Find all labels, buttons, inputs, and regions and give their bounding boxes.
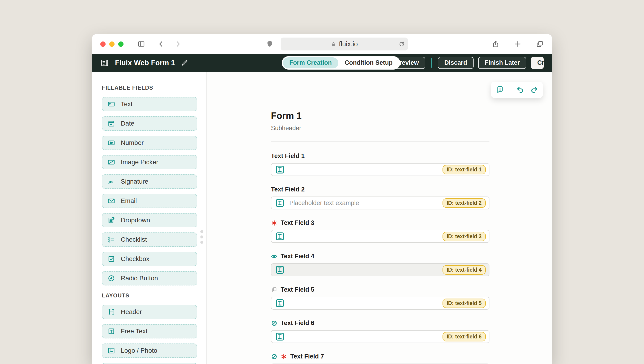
edit-name-icon[interactable]	[181, 59, 188, 67]
feedback-alert-icon[interactable]	[496, 86, 504, 94]
tab-form-creation[interactable]: Form Creation	[283, 57, 338, 68]
text-field-input[interactable]: ID: text-field 4	[271, 263, 490, 276]
field-label[interactable]: Text Field 4	[280, 253, 314, 260]
lock-icon	[330, 41, 336, 47]
hidden-eye-icon	[271, 353, 278, 360]
sidebar-item-label: Text	[121, 100, 132, 108]
field-row: Text Field 1ID: text-field 1	[271, 152, 490, 176]
required-asterisk-icon	[280, 353, 287, 360]
sidebar-toggle-icon[interactable]	[137, 40, 145, 48]
image-picker-icon	[108, 158, 115, 166]
field-id-badge: ID: text-field 6	[442, 332, 486, 341]
field-row: Text Field 7ID: text-field 7	[271, 353, 490, 364]
mode-tabs: Form Creation Condition Setup	[282, 56, 400, 70]
form-subheader[interactable]: Subheader	[271, 125, 490, 132]
sidebar-item-label: Number	[121, 139, 144, 146]
logo-photo-icon	[108, 347, 115, 354]
back-icon[interactable]	[157, 40, 165, 48]
text-input-icon	[276, 332, 284, 341]
checkbox-icon	[108, 255, 115, 263]
discard-button[interactable]: Discard	[438, 57, 474, 69]
sidebar-item-header[interactable]: Header	[102, 305, 197, 319]
sidebar-item-radio-button[interactable]: Radio Button	[102, 271, 197, 285]
url-text: fluix.io	[339, 40, 358, 48]
toolbar-divider	[510, 85, 510, 94]
field-label[interactable]: Text Field 7	[290, 353, 324, 360]
copy-icon	[271, 287, 278, 293]
field-placeholder: Placeholder text example	[289, 200, 359, 207]
sidebar-section-label: FILLABLE FIELDS	[102, 85, 197, 91]
sidebar-item-email[interactable]: Email	[102, 194, 197, 208]
sidebar-item-label: Checklist	[121, 236, 147, 243]
field-label[interactable]: Text Field 3	[280, 219, 314, 227]
sidebar-item-dropdown[interactable]: Dropdown	[102, 213, 197, 227]
sidebar-item-label: Image Picker	[121, 158, 158, 166]
sidebar-resize-handle[interactable]	[200, 230, 203, 244]
form-fields: Text Field 1ID: text-field 1Text Field 2…	[271, 152, 490, 364]
form-title[interactable]: Form 1	[271, 111, 490, 121]
reload-icon[interactable]	[398, 41, 405, 47]
sidebar-item-number[interactable]: Number	[102, 136, 197, 150]
app-logo-icon	[100, 59, 109, 67]
field-label[interactable]: Text Field 5	[280, 286, 314, 293]
show-tabs-icon[interactable]	[536, 40, 544, 48]
minimize-window-button[interactable]	[109, 42, 114, 47]
field-row: Text Field 5ID: text-field 5	[271, 286, 490, 310]
finish-later-button[interactable]: Finish Later	[478, 57, 526, 69]
text-input-icon	[276, 265, 284, 274]
shield-icon[interactable]	[266, 40, 274, 48]
field-id-badge: ID: text-field 1	[442, 165, 486, 174]
text-field-input[interactable]: ID: text-field 3	[271, 230, 490, 243]
dropdown-icon	[108, 216, 115, 224]
redo-icon[interactable]	[530, 86, 538, 94]
sidebar-item-label: Checkbox	[121, 255, 150, 263]
text-field-input[interactable]: ID: text-field 6	[271, 330, 490, 343]
sidebar-item-label: Dropdown	[121, 217, 150, 224]
text-field-input[interactable]: ID: text-field 5	[271, 297, 490, 310]
undo-icon[interactable]	[516, 86, 524, 94]
text-input-icon	[276, 165, 284, 174]
zoom-window-button[interactable]	[118, 42, 124, 47]
free-text-icon	[108, 327, 115, 335]
field-row: Text Field 6ID: text-field 6	[271, 319, 490, 343]
sidebar-item-label: Signature	[121, 178, 148, 185]
canvas-toolbar	[491, 82, 543, 98]
field-label[interactable]: Text Field 1	[271, 152, 305, 160]
sidebar-item-label: Email	[121, 197, 137, 205]
sidebar-item-checklist[interactable]: Checklist	[102, 233, 197, 247]
header-divider	[431, 58, 432, 68]
form-header-divider	[271, 141, 490, 142]
visible-eye-icon	[271, 253, 278, 260]
field-row: Text Field 4ID: text-field 4	[271, 253, 490, 276]
sidebar-item-text[interactable]: Text	[102, 97, 197, 111]
number-icon	[108, 139, 115, 147]
forward-icon[interactable]	[174, 40, 182, 48]
text-input-icon	[276, 199, 284, 207]
field-id-badge: ID: text-field 5	[442, 299, 486, 308]
close-window-button[interactable]	[100, 42, 106, 47]
field-id-badge: ID: text-field 3	[442, 232, 486, 241]
sidebar-item-checkbox[interactable]: Checkbox	[102, 252, 197, 266]
field-row: Text Field 2Placeholder text exampleID: …	[271, 186, 490, 210]
sidebar-item-partial[interactable]	[102, 363, 197, 364]
sidebar-item-free-text[interactable]: Free Text	[102, 324, 197, 338]
sidebar-item-label: Logo / Photo	[121, 347, 157, 354]
sidebar-item-signature[interactable]: Signature	[102, 174, 197, 189]
text-field-input[interactable]: ID: text-field 1	[271, 163, 490, 176]
share-icon[interactable]	[492, 40, 500, 48]
sidebar-item-date[interactable]: Date	[102, 116, 197, 131]
field-label[interactable]: Text Field 2	[271, 186, 305, 193]
sidebar-item-logo-photo[interactable]: Logo / Photo	[102, 343, 197, 358]
address-bar[interactable]: fluix.io	[280, 38, 408, 51]
sidebar-item-label: Free Text	[121, 328, 148, 335]
field-label[interactable]: Text Field 6	[280, 319, 314, 327]
checklist-icon	[108, 236, 115, 244]
new-tab-icon[interactable]	[514, 40, 522, 48]
tab-condition-setup[interactable]: Condition Setup	[338, 57, 399, 68]
text-field-input[interactable]: Placeholder text exampleID: text-field 2	[271, 197, 490, 210]
field-row: Text Field 3ID: text-field 3	[271, 219, 490, 243]
sidebar-item-image-picker[interactable]: Image Picker	[102, 155, 197, 169]
text-input-icon	[276, 232, 284, 241]
hidden-eye-icon	[271, 320, 278, 326]
create-form-button[interactable]: Create Form	[531, 57, 544, 69]
